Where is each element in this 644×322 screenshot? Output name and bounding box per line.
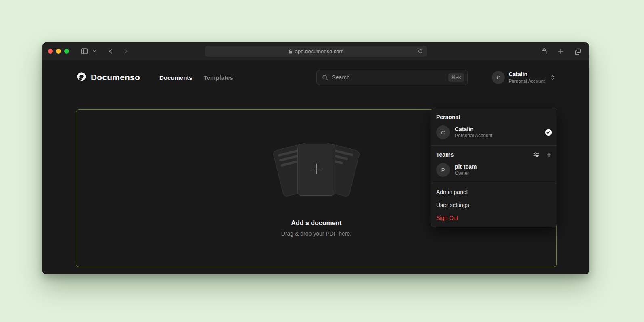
search-bar[interactable]: ⌘+K — [316, 70, 468, 85]
sidebar-toggle-button[interactable] — [79, 46, 90, 57]
close-button[interactable] — [48, 49, 53, 54]
brand-name: Documenso — [91, 73, 140, 82]
menu-personal-name: Catalin — [455, 125, 540, 133]
menu-teams-heading: Teams — [431, 148, 557, 160]
zoom-button[interactable] — [64, 49, 69, 54]
search-input[interactable] — [332, 74, 448, 81]
reload-button[interactable] — [416, 47, 424, 55]
app-header: Documenso Documents Templates ⌘+K C — [42, 60, 589, 86]
menu-divider — [431, 183, 557, 183]
menu-team-role: Owner — [455, 170, 552, 177]
menu-personal-account[interactable]: C Catalin Personal Account — [431, 123, 557, 143]
check-circle-icon — [545, 129, 552, 136]
document-stack-illustration — [272, 140, 361, 200]
menu-team-name: pit-team — [455, 163, 552, 170]
address-bar[interactable]: app.documenso.com — [205, 46, 427, 57]
documenso-logo-icon — [76, 71, 87, 84]
history-nav — [105, 46, 131, 57]
document-card-add — [297, 144, 335, 196]
menu-item-sign-out[interactable]: Sign Out — [431, 211, 557, 224]
add-team-icon[interactable] — [546, 152, 552, 158]
account-subtitle: Personal Account — [508, 78, 545, 84]
manage-teams-icon[interactable] — [533, 151, 539, 158]
toolbar-right-actions — [538, 46, 583, 57]
menu-personal-avatar: C — [436, 125, 450, 139]
menu-personal-subtitle: Personal Account — [455, 133, 540, 139]
menu-team-pit-team[interactable]: P pit-team Owner — [431, 160, 557, 180]
dropzone-title: Add a document — [291, 220, 341, 227]
dropzone-subtitle: Drag & drop your PDF here. — [281, 230, 351, 237]
account-avatar: C — [492, 71, 505, 84]
nav-documents[interactable]: Documents — [159, 74, 192, 81]
back-button[interactable] — [105, 46, 117, 57]
address-bar-url: app.documenso.com — [295, 48, 344, 54]
account-name: Catalin — [508, 71, 545, 78]
main-nav: Documents Templates — [159, 74, 233, 81]
browser-toolbar: app.documenso.com — [42, 42, 589, 60]
traffic-lights — [48, 49, 69, 54]
new-tab-button[interactable] — [555, 46, 567, 57]
nav-templates[interactable]: Templates — [204, 74, 233, 81]
share-button[interactable] — [538, 46, 550, 57]
chevrons-up-down-icon — [550, 75, 555, 81]
tab-overview-button[interactable] — [572, 46, 583, 57]
search-icon — [322, 74, 328, 81]
account-dropdown-menu: Personal C Catalin Personal Account Team… — [431, 108, 557, 227]
lock-icon — [288, 49, 293, 54]
plus-icon — [309, 161, 324, 178]
forward-button[interactable] — [120, 46, 131, 57]
menu-divider — [431, 145, 557, 146]
brand[interactable]: Documenso — [76, 71, 140, 84]
minimize-button[interactable] — [56, 49, 61, 54]
menu-item-user-settings[interactable]: User settings — [431, 199, 557, 211]
sidebar-chevron-icon[interactable] — [91, 46, 98, 57]
documenso-app: Documenso Documents Templates ⌘+K C — [42, 60, 589, 274]
menu-team-avatar: P — [436, 163, 450, 177]
browser-window: app.documenso.com — [42, 42, 589, 274]
menu-item-admin-panel[interactable]: Admin panel — [431, 186, 557, 199]
sidebar-controls — [79, 46, 98, 57]
search-shortcut-badge: ⌘+K — [448, 73, 464, 82]
menu-personal-heading: Personal — [431, 111, 557, 123]
account-menu-button[interactable]: C Catalin Personal Account — [492, 71, 555, 84]
